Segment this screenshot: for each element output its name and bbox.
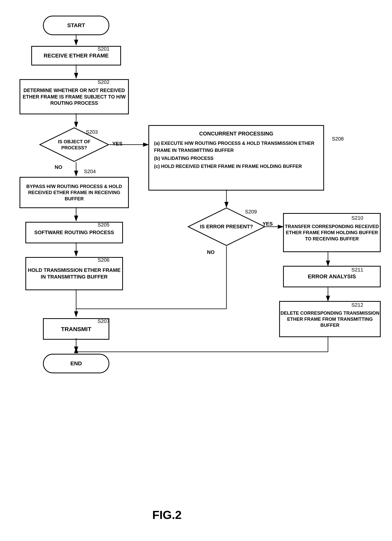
start-label: START [67,22,85,29]
s209-label: IS ERROR PRESENT? [200,224,253,229]
s206-node: HOLD TRANSMISSION ETHER FRAME IN TRANSMI… [25,257,123,290]
s204-label: BYPASS H/W ROUTING PROCESS & HOLD RECEIV… [20,183,128,202]
s204-tag: S204 [84,168,96,175]
s203-node: IS OBJECT OF PROCESS? [39,127,109,162]
s203-label: IS OBJECT OF PROCESS? [58,139,91,150]
s208-node: CONCURRENT PROCESSING (a) EXECUTE H/W RO… [148,125,324,191]
s212-node: DELETE CORRESPONDING TRANSMISSION ETHER … [279,301,381,337]
s207-label: TRANSMIT [61,325,91,333]
s212-label: DELETE CORRESPONDING TRANSMISSION ETHER … [280,310,380,328]
s205-node: SOFTWARE ROUTING PROCESS [25,222,123,243]
s209-yes-label: YES [263,221,273,227]
s204-node: BYPASS H/W ROUTING PROCESS & HOLD RECEIV… [20,177,129,208]
s208-label: CONCURRENT PROCESSING (a) EXECUTE H/W RO… [154,130,318,170]
s208-tag: S208 [332,136,344,142]
s203-yes-label: YES [112,141,122,147]
figure-label: FIG.2 [152,508,182,522]
end-label: END [70,360,82,367]
s210-label: TRANSFER CORRESPONDING RECEIVED ETHER FR… [284,224,380,242]
s202-node: DETERMINE WHETHER OR NOT RECEIVED ETHER … [20,79,129,114]
flowchart-diagram: START S201 RECEIVE ETHER FRAME S202 DETE… [0,0,392,541]
s209-node: IS ERROR PRESENT? [187,207,265,246]
start-node: START [43,16,109,35]
s211-label: ERROR ANALYSIS [308,273,356,280]
s202-label: DETERMINE WHETHER OR NOT RECEIVED ETHER … [20,87,128,106]
s201-node: RECEIVE ETHER FRAME [31,46,121,65]
s201-label: RECEIVE ETHER FRAME [44,52,109,59]
s205-label: SOFTWARE ROUTING PROCESS [34,229,114,236]
s209-no-label: NO [207,249,214,255]
s207-node: TRANSMIT [43,318,109,340]
end-node: END [43,354,109,373]
s203-no-label: NO [55,164,62,170]
s206-label: HOLD TRANSMISSION ETHER FRAME IN TRANSMI… [26,267,122,280]
s211-node: ERROR ANALYSIS [283,266,381,287]
s210-node: TRANSFER CORRESPONDING RECEIVED ETHER FR… [283,213,381,252]
